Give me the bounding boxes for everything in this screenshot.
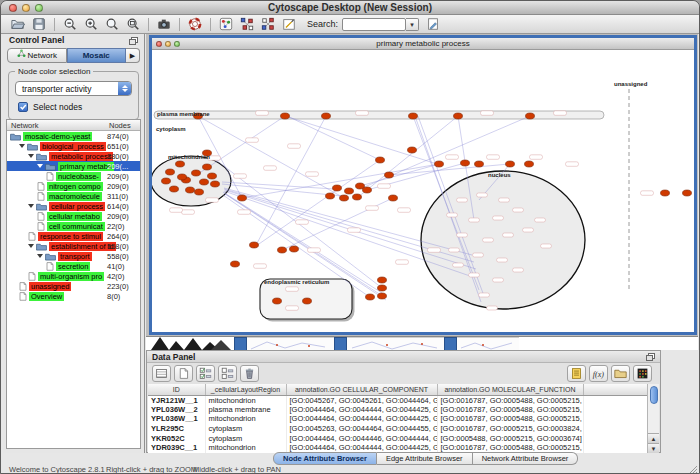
attribute-table-icon[interactable]: [152, 365, 171, 382]
network-node[interactable]: [378, 277, 387, 283]
network-node[interactable]: [192, 170, 201, 176]
background-window-edge[interactable]: [234, 337, 247, 351]
attribute-editor-icon[interactable]: [567, 365, 586, 382]
save-icon[interactable]: [30, 16, 47, 33]
table-row[interactable]: YJR121W__1mitochondrion[GO:0045267, GO:0…: [148, 395, 649, 405]
zoom-out-icon[interactable]: [61, 16, 78, 33]
search-dropdown-arrow-icon[interactable]: ▾: [406, 18, 419, 31]
network-node[interactable]: [290, 246, 299, 252]
background-window-preview[interactable]: [247, 337, 334, 351]
network-node[interactable]: [203, 164, 212, 170]
network-edge[interactable]: [223, 192, 382, 293]
disclosure-triangle-icon[interactable]: [28, 154, 34, 158]
layout-1-icon[interactable]: [238, 16, 255, 33]
network-edge[interactable]: [287, 116, 380, 160]
disclosure-triangle-icon[interactable]: [28, 244, 34, 248]
tree-row[interactable]: nucleobase-209(0): [7, 171, 140, 181]
network-node[interactable]: [353, 194, 362, 200]
network-node[interactable]: [303, 298, 312, 304]
help-icon[interactable]: [186, 16, 203, 33]
vizmapper-icon[interactable]: [217, 16, 234, 33]
network-edge[interactable]: [360, 164, 439, 186]
tree-row[interactable]: mosaic-demo-yeast874(0): [7, 131, 140, 141]
close-button[interactable]: [9, 4, 17, 12]
background-window-preview[interactable]: [347, 337, 444, 351]
disclosure-triangle-icon[interactable]: [37, 254, 43, 258]
network-node[interactable]: [281, 113, 290, 119]
network-node[interactable]: [273, 298, 282, 304]
configure-search-icon[interactable]: [424, 16, 441, 33]
search-input[interactable]: [342, 18, 406, 31]
zoom-fit-icon[interactable]: [103, 16, 120, 33]
network-node[interactable]: [661, 190, 670, 196]
tree-row[interactable]: cellular process614(0): [7, 201, 140, 211]
disclosure-triangle-icon[interactable]: [37, 164, 43, 168]
network-node[interactable]: [506, 161, 515, 167]
tab-network[interactable]: Network: [7, 48, 67, 63]
tree-row[interactable]: establishment of lo558(0): [7, 241, 140, 251]
tree-row[interactable]: transport558(0): [7, 251, 140, 261]
network-close-button[interactable]: [156, 41, 162, 47]
network-node[interactable]: [435, 161, 444, 167]
network-node[interactable]: [475, 161, 484, 167]
float-panel-icon[interactable]: [129, 37, 138, 45]
table-row[interactable]: YPL036W__2plasma membrane[GO:0044464, GO…: [148, 405, 649, 415]
network-node[interactable]: [409, 113, 418, 119]
network-node[interactable]: [461, 160, 470, 166]
tree-row[interactable]: unassigned223(0): [7, 281, 140, 291]
tree-row[interactable]: cellular metabo209(0): [7, 211, 140, 221]
network-node[interactable]: [345, 188, 354, 194]
column-header[interactable]: ID: [148, 384, 205, 395]
column-header[interactable]: _cellularLayoutRegion: [205, 384, 286, 395]
network-node[interactable]: [178, 174, 187, 180]
network-node[interactable]: [278, 247, 287, 253]
network-node[interactable]: [176, 161, 185, 167]
network-node[interactable]: [366, 294, 375, 300]
tree-row[interactable]: secretion41(0): [7, 261, 140, 271]
tree-column-network[interactable]: Network: [11, 121, 39, 130]
snapshot-icon[interactable]: [155, 16, 172, 33]
scroll-up-icon[interactable]: ▲: [648, 433, 659, 443]
tree-row[interactable]: macromolecule311(0): [7, 191, 140, 201]
tree-row[interactable]: response to stimul264(0): [7, 231, 140, 241]
scroll-down-icon[interactable]: ▼: [648, 443, 659, 453]
network-edge[interactable]: [285, 116, 437, 164]
network-node[interactable]: [231, 261, 240, 267]
network-window-titlebar[interactable]: primary metabolic process: [152, 38, 694, 50]
table-row[interactable]: YLR295Ccytoplasm[GO:0045263, GO:0044464,…: [148, 424, 649, 434]
network-node[interactable]: [211, 181, 220, 187]
network-node[interactable]: [186, 187, 195, 193]
network-edge[interactable]: [357, 116, 458, 198]
network-node[interactable]: [250, 242, 259, 248]
zoom-in-icon[interactable]: [82, 16, 99, 33]
network-node[interactable]: [200, 179, 209, 185]
network-node[interactable]: [208, 173, 217, 179]
layout-2-icon[interactable]: [259, 16, 276, 33]
network-node[interactable]: [378, 285, 387, 291]
network-node[interactable]: [170, 186, 179, 192]
network-node[interactable]: [238, 195, 247, 201]
column-header[interactable]: [583, 384, 649, 395]
tree-row[interactable]: biological_process651(0): [7, 141, 140, 151]
tree-row[interactable]: nitrogen compo209(0): [7, 181, 140, 191]
zoom-selected-icon[interactable]: [124, 16, 141, 33]
network-graph[interactable]: [152, 50, 694, 331]
network-node[interactable]: [389, 195, 398, 201]
unselect-attributes-icon[interactable]: [218, 365, 237, 382]
network-node[interactable]: [326, 193, 335, 199]
network-node[interactable]: [378, 293, 387, 299]
new-attribute-icon[interactable]: [174, 365, 193, 382]
scrollbar-thumb[interactable]: [650, 386, 658, 404]
network-node[interactable]: [683, 190, 692, 196]
table-row[interactable]: YPL036W__1mitochondrion[GO:0044464, GO:0…: [148, 414, 649, 424]
network-node[interactable]: [166, 169, 175, 175]
node-color-dropdown[interactable]: transporter activity: [15, 81, 132, 96]
network-node[interactable]: [408, 147, 417, 153]
disclosure-triangle-icon[interactable]: [19, 144, 25, 148]
network-node[interactable]: [385, 172, 394, 178]
select-attributes-icon[interactable]: [196, 365, 215, 382]
tab-mosaic[interactable]: Mosaic: [67, 48, 127, 63]
zoom-button[interactable]: [35, 4, 43, 12]
disclosure-triangle-icon[interactable]: [28, 204, 34, 208]
float-panel-icon[interactable]: [646, 353, 655, 361]
